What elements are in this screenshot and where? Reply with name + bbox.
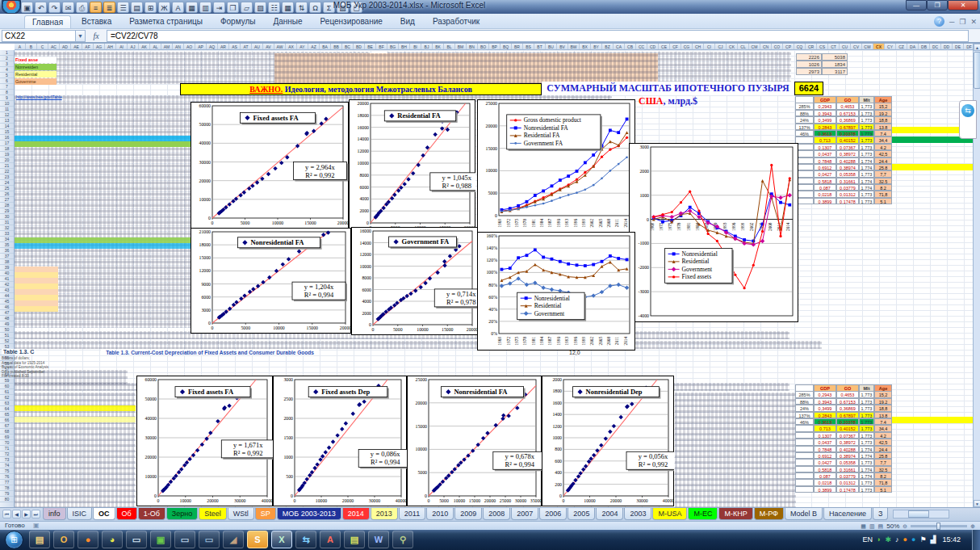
vertical-scroll-thumb[interactable] [974,52,980,89]
next-sheet-icon[interactable]: ▶ [22,510,31,519]
sheet-tab-2013[interactable]: 2013 [371,508,398,520]
column-header-CJ[interactable]: CJ [715,44,727,49]
column-header-BS[interactable]: BS [523,44,534,49]
row-header-46[interactable]: 46 [0,304,14,310]
sheet-tab-М-КНР[interactable]: М-КНР [718,508,752,520]
column-header-B[interactable]: B [26,44,37,49]
column-header-DC[interactable]: DC [930,44,941,49]
chart-nonresidential-dep[interactable]: 0200400600800100012001400160018002000010… [542,376,674,506]
sheet-tab-2004[interactable]: 2004 [596,508,623,520]
row-header-48[interactable]: 48 [0,316,14,321]
row-header-68[interactable]: 68 [0,429,14,435]
column-header-AQ[interactable]: AQ [207,44,218,49]
column-header-BB[interactable]: BB [331,44,342,49]
taskbar-app-vm-1[interactable]: ▭ [174,531,195,548]
zoom-slider[interactable] [911,525,967,527]
row-header-36[interactable]: 36 [0,248,14,254]
sheet-tab-SP[interactable]: SP [255,508,276,520]
sheet-tab-ОС[interactable]: ОС [93,508,115,520]
ribbon-tab-Разработчик[interactable]: Разработчик [425,15,487,28]
row-header-10[interactable]: 10 [0,101,14,107]
column-header-BE[interactable]: BE [365,44,376,49]
row-header-62[interactable]: 62 [0,395,14,401]
name-box-dropdown-icon[interactable]: ▼ [76,30,86,42]
sheet-tab-2014[interactable]: 2014 [342,508,370,520]
workbook-close-icon[interactable]: ✕ [970,18,977,26]
sheet-tab-Население[interactable]: Население [823,508,872,520]
name-box[interactable]: CX22 [2,30,76,42]
view-layout-icon[interactable]: ▥ [869,523,875,530]
sheet-tab-МОБ 2003-2013[interactable]: МОБ 2003-2013 [277,508,341,520]
sheet-tab-Steel[interactable]: Steel [199,508,227,520]
first-sheet-icon[interactable]: ⏮ [2,510,11,519]
column-header-CO[interactable]: CO [772,44,783,49]
column-header-CY[interactable]: CY [885,44,896,49]
sheet-tab-1-Об[interactable]: 1-Об [138,508,165,520]
row-header-30[interactable]: 30 [0,214,14,220]
sheet-tab-З[interactable]: З [873,508,888,520]
column-header-BA[interactable]: BA [320,44,331,49]
column-header-CA[interactable]: CA [614,44,625,49]
zoom-in-icon[interactable]: ⊕ [970,523,975,530]
column-header-AG[interactable]: AG [94,44,105,49]
column-header-CU[interactable]: CU [840,44,851,49]
taskbar-app-firefox[interactable]: ● [77,531,98,548]
row-header-26[interactable]: 26 [0,191,14,197]
taskbar-app-explorer[interactable]: ▤ [29,531,50,548]
row-header-3[interactable]: 3 [0,61,14,67]
taskbar-app-tool[interactable]: ◢ [223,531,244,548]
row-header-64[interactable]: 64 [0,406,14,412]
row-header-75[interactable]: 75 [0,468,14,474]
chart-fixed-assets-dep[interactable]: 0500100015002000250030000100002000030000… [273,376,407,506]
row-header-45[interactable]: 45 [0,299,14,304]
row-header-78[interactable]: 78 [0,485,14,491]
prev-sheet-icon[interactable]: ◀ [12,510,21,519]
column-header-AO[interactable]: AO [184,44,195,49]
column-header-AX[interactable]: AX [286,44,297,49]
row-header-37[interactable]: 37 [0,254,14,259]
row-header-52[interactable]: 52 [0,338,14,344]
taskbar-app-outlook[interactable]: O [53,531,74,548]
column-header-AP[interactable]: AP [195,44,207,49]
row-header-18[interactable]: 18 [0,146,14,152]
column-header-CI[interactable]: CI [704,44,715,49]
chart-nonresidential-fa-bottom[interactable]: 0500010000150002000025000050001000015000… [407,376,542,506]
help-icon[interactable]: ? [934,16,944,27]
sheet-tab-2007[interactable]: 2007 [511,508,538,520]
sheet-tab-М-ЕС[interactable]: М-ЕС [688,508,718,520]
column-header-DB[interactable]: DB [919,44,930,49]
column-header-CK[interactable]: CK [727,44,738,49]
network-icon[interactable]: ▟ [931,531,936,548]
column-header-DA[interactable]: DA [907,44,919,49]
teamviewer-icon[interactable]: ⇆ [961,104,974,117]
bea-hyperlink[interactable]: http://www.bea.gov/iTable [16,94,62,99]
row-header-41[interactable]: 41 [0,276,14,282]
column-header-BI[interactable]: BI [410,44,421,49]
last-sheet-icon[interactable]: ⏭ [31,510,40,519]
column-header-AW[interactable]: AW [274,44,286,49]
column-header-CL[interactable]: CL [738,44,749,49]
chart-fixed-assets-fa[interactable]: 0100002000030000400005000060000050001000… [191,102,349,229]
row-header-7[interactable]: 7 [0,84,14,90]
bubble-total-cell[interactable]: 6624 [794,82,823,95]
zoom-slider-thumb[interactable] [936,523,940,530]
column-header-AF[interactable]: AF [82,44,94,49]
column-header-CX[interactable]: CX [873,44,885,49]
column-header-AY[interactable]: AY [297,44,308,49]
row-header-14[interactable]: 14 [0,124,14,129]
row-header-70[interactable]: 70 [0,440,14,446]
teamviewer-side-panel[interactable]: ⇆ [959,100,977,139]
sheet-tab-2011[interactable]: 2011 [399,508,425,520]
row-header-34[interactable]: 34 [0,237,14,242]
row-header-21[interactable]: 21 [0,163,14,169]
speaker-icon[interactable]: ♪ [895,531,899,548]
chart-government-fa[interactable]: 0200040006000800010000120001400016000050… [351,227,478,335]
row-header-27[interactable]: 27 [0,197,14,203]
taskbar-app-word[interactable]: W [368,531,389,548]
chart-gdp-vs-fa-lines[interactable]: 0500010000150002000025000196919721975197… [477,99,635,233]
sheet-tab-2009[interactable]: 2009 [454,508,482,520]
row-header-35[interactable]: 35 [0,242,14,248]
column-header-A[interactable]: A [15,44,26,49]
column-header-BQ[interactable]: BQ [500,44,512,49]
sheet-tab-Model B[interactable]: Model B [785,508,823,520]
